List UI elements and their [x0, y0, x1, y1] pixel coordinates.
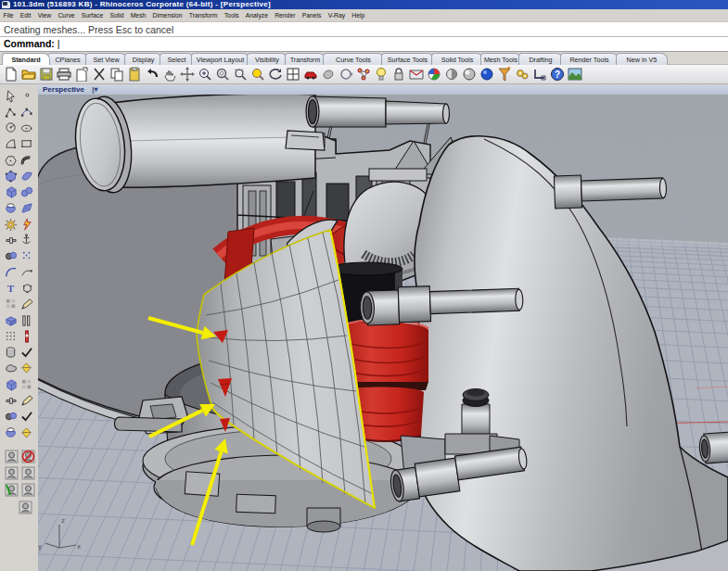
svg-text:y: y: [38, 542, 42, 551]
svg-text:?: ?: [555, 70, 560, 80]
svg-text:z: z: [61, 516, 65, 525]
svg-text:x: x: [77, 542, 81, 551]
svg-text:T: T: [6, 283, 14, 294]
